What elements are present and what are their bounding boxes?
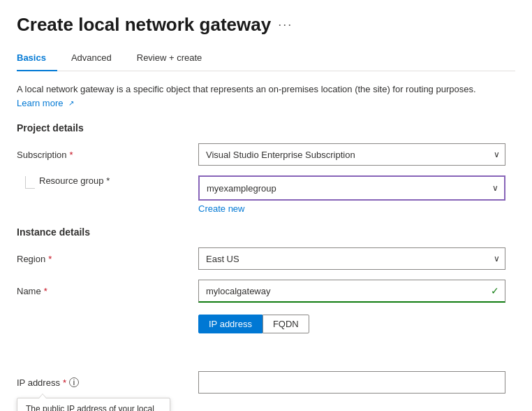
project-details-heading: Project details xyxy=(17,122,515,134)
resource-group-row: Resource group * myexamplegroup xyxy=(17,175,515,201)
endpoint-toggle-row: IP address FQDN xyxy=(17,312,515,335)
ip-address-input[interactable] xyxy=(198,371,505,394)
tab-advanced[interactable]: Advanced xyxy=(71,47,123,71)
ip-address-tooltip: The public IP address of your local gate… xyxy=(17,398,170,411)
endpoint-toggle-control: IP address FQDN xyxy=(198,315,505,333)
region-label: Region * xyxy=(17,254,198,264)
name-valid-icon: ✓ xyxy=(491,285,499,296)
name-input-wrapper: ✓ xyxy=(198,280,505,303)
instance-details-heading: Instance details xyxy=(17,226,515,238)
name-required: * xyxy=(44,286,47,296)
tab-review-create[interactable]: Review + create xyxy=(137,47,214,71)
toggle-fqdn[interactable]: FQDN xyxy=(263,315,309,333)
subscription-row: Subscription * Visual Studio Enterprise … xyxy=(17,143,515,166)
tree-connector xyxy=(25,176,35,189)
learn-more-link[interactable]: Learn more ↗ xyxy=(17,96,74,110)
region-select-wrapper: East US xyxy=(198,247,505,270)
ip-address-row: IP address * i xyxy=(17,371,515,394)
name-input[interactable] xyxy=(199,280,505,301)
ip-info-icon[interactable]: i xyxy=(69,377,79,387)
resource-group-control: myexamplegroup xyxy=(198,175,505,201)
page-description: A local network gateway is a specific ob… xyxy=(17,82,505,110)
resource-group-label: Resource group * xyxy=(39,175,110,186)
page-title: Create local network gateway xyxy=(17,14,271,36)
page-options-dots[interactable]: ··· xyxy=(278,17,293,32)
tab-bar: Basics Advanced Review + create xyxy=(17,47,515,71)
subscription-label: Subscription * xyxy=(17,150,198,160)
name-row: Name * ✓ xyxy=(17,280,515,303)
tab-basics[interactable]: Basics xyxy=(17,47,57,71)
toggle-ip-address[interactable]: IP address xyxy=(198,315,263,333)
ip-required: * xyxy=(63,377,66,388)
endpoint-toggle-group: IP address FQDN xyxy=(198,315,505,333)
ip-address-section: The public IP address of your local gate… xyxy=(17,371,515,394)
region-select[interactable]: East US xyxy=(198,247,505,270)
subscription-select[interactable]: Visual Studio Enterprise Subscription xyxy=(198,143,505,166)
region-required: * xyxy=(48,254,52,264)
rg-required: * xyxy=(106,175,110,186)
resource-group-select[interactable]: myexamplegroup xyxy=(200,177,504,199)
name-control: ✓ xyxy=(198,280,505,303)
resource-group-select-wrapper: myexamplegroup xyxy=(198,175,505,201)
ip-address-control xyxy=(198,371,505,394)
name-label: Name * xyxy=(17,286,198,296)
region-control: East US xyxy=(198,247,505,270)
subscription-required: * xyxy=(70,150,73,160)
create-new-rg-link[interactable]: Create new xyxy=(198,203,515,214)
external-link-icon: ↗ xyxy=(68,98,74,108)
subscription-select-wrapper: Visual Studio Enterprise Subscription xyxy=(198,143,505,166)
ip-address-label: IP address * i xyxy=(17,377,198,388)
region-row: Region * East US xyxy=(17,247,515,270)
resource-group-indent: Resource group * xyxy=(17,175,198,186)
subscription-control: Visual Studio Enterprise Subscription xyxy=(198,143,505,166)
